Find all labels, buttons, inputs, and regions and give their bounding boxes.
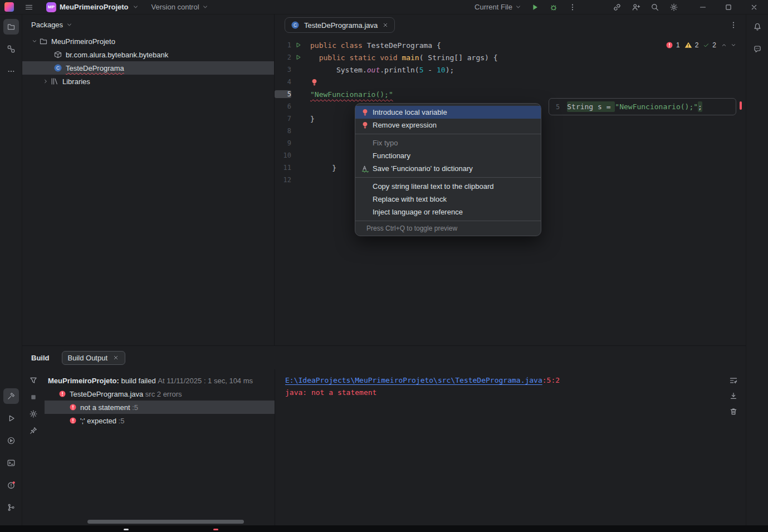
file-link-location[interactable]: :5:2 xyxy=(542,376,560,384)
menu-item-label: Fix typo xyxy=(373,139,398,147)
services-icon[interactable] xyxy=(3,433,19,448)
error-icon xyxy=(69,417,77,424)
settings-icon[interactable] xyxy=(667,1,681,14)
error-message: java: not a statement xyxy=(285,387,736,399)
search-icon[interactable] xyxy=(648,1,662,14)
terminal-icon[interactable] xyxy=(3,455,19,471)
passed-count: 2 xyxy=(712,41,716,49)
project-view-selector[interactable]: Packages xyxy=(31,21,63,29)
link-icon[interactable] xyxy=(610,1,624,14)
horizontal-scrollbar[interactable] xyxy=(87,520,244,524)
run-configuration-widget[interactable]: Current File xyxy=(475,3,522,11)
intention-list: Introduce local variableRemove expressio… xyxy=(355,106,541,218)
inspections-widget[interactable]: 1 2 2 xyxy=(666,41,737,49)
structure-icon[interactable] xyxy=(3,41,19,57)
chevron-down-icon[interactable] xyxy=(31,38,38,45)
run-outline-icon[interactable] xyxy=(3,411,19,426)
run-icon[interactable] xyxy=(527,1,542,14)
red-bulb-icon xyxy=(361,121,369,129)
bell-icon[interactable] xyxy=(750,19,765,35)
build-toolbar xyxy=(22,369,45,525)
maximize-icon[interactable] xyxy=(721,1,736,14)
build-tree-text: At 11/11/2025 : 1 sec, 104 ms xyxy=(158,377,253,385)
error-stripe-mark[interactable] xyxy=(740,101,742,110)
build-output-tab-label: Build Output xyxy=(68,354,108,362)
run-gutter-icon[interactable] xyxy=(295,54,301,61)
invite-user-icon[interactable] xyxy=(629,1,643,14)
tree-item-label: br.com.alura.bytebank.bytebank xyxy=(66,51,168,59)
ide-window: MP MeuPrimeiroProjeto Version control Cu… xyxy=(0,0,768,532)
git-icon[interactable] xyxy=(3,500,19,515)
right-strip-icons xyxy=(750,19,765,64)
menu-item-save-funcionario-to-dictionary[interactable]: Save 'Funcionario' to dictionary xyxy=(355,162,541,175)
pin-icon[interactable] xyxy=(27,424,40,437)
line-number: 11 xyxy=(275,164,291,172)
build-tree: MeuPrimeiroProjeto: build failed At 11/1… xyxy=(45,369,275,525)
line-number: 6 xyxy=(275,103,291,110)
java-class-icon: C xyxy=(291,21,300,30)
build-tree-item[interactable]: ';' expected :5 xyxy=(45,414,275,427)
build-tree-item[interactable]: TesteDePrograma.java src 2 errors xyxy=(45,387,275,401)
build-tree-item[interactable]: not a statement :5 xyxy=(45,401,275,414)
code-line[interactable]: 2 public static void main( String[] args… xyxy=(275,51,746,64)
class-icon: C xyxy=(53,64,62,72)
settings-icon[interactable] xyxy=(27,407,40,421)
tree-item-testedeprograma[interactable]: CTesteDePrograma xyxy=(22,61,274,75)
build-tree-text: build failed xyxy=(119,377,158,385)
tab-build-output[interactable]: Build Output xyxy=(62,351,126,365)
build-tree-text: :5 xyxy=(119,417,125,425)
menu-item-functionary[interactable]: Functionary xyxy=(355,149,541,162)
prev-problem-icon[interactable] xyxy=(721,42,727,48)
ai-chat-icon[interactable] xyxy=(750,41,765,57)
soft-wrap-icon[interactable] xyxy=(727,374,740,387)
separator xyxy=(355,177,541,178)
editor-options-icon[interactable] xyxy=(729,21,738,30)
problems-icon[interactable] xyxy=(3,477,19,493)
build-tree-text: TesteDePrograma.java xyxy=(70,390,145,398)
clear-icon[interactable] xyxy=(727,405,740,418)
build-tree-item[interactable]: MeuPrimeiroProjeto: build failed At 11/1… xyxy=(45,374,275,387)
menu-item-label: Inject language or reference xyxy=(373,208,463,216)
more-vertical-icon[interactable] xyxy=(565,1,580,14)
close-icon[interactable] xyxy=(747,1,761,14)
project-widget[interactable]: MP MeuPrimeiroProjeto xyxy=(46,2,139,12)
menu-item-introduce-local-variable[interactable]: Introduce local variable xyxy=(355,106,541,119)
preview-line-number: 5 xyxy=(556,103,560,111)
intention-preview-popup: 5 String s = "NewFuncionario();"; xyxy=(549,98,736,115)
menu-item-inject-language-or-reference[interactable]: Inject language or reference xyxy=(355,206,541,218)
error-bulb-icon[interactable] xyxy=(310,78,319,86)
tab-testedeprograma-java[interactable]: C TesteDePrograma.java xyxy=(285,17,395,33)
stop-icon[interactable] xyxy=(27,391,40,404)
build-output-console: E:\IdeaProjects\MeuPrimeiroProjeto\src\T… xyxy=(275,369,746,525)
menu-item-remove-expression[interactable]: Remove expression xyxy=(355,119,541,131)
run-gutter-icon[interactable] xyxy=(295,42,301,48)
more-horizontal-icon[interactable] xyxy=(3,64,19,79)
scroll-to-end-icon[interactable] xyxy=(727,389,740,403)
version-control-widget[interactable]: Version control xyxy=(151,3,209,11)
build-tree-text: ';' expected xyxy=(80,417,119,425)
file-link[interactable]: E:\IdeaProjects\MeuPrimeiroProjeto\src\T… xyxy=(285,376,542,384)
close-tab-icon[interactable] xyxy=(382,22,389,28)
close-tab-icon[interactable] xyxy=(112,354,119,361)
code-line[interactable]: 4 xyxy=(275,76,746,88)
tree-item-meuprimeiroprojeto[interactable]: MeuPrimeiroProjeto xyxy=(22,35,274,48)
chevron-down-icon xyxy=(515,3,522,11)
next-problem-icon[interactable] xyxy=(730,42,737,48)
code-line[interactable]: 3 System.out.println(5 - 10); xyxy=(275,64,746,76)
build-icon[interactable] xyxy=(3,388,19,404)
minimize-icon[interactable] xyxy=(696,1,710,14)
chevron-right-icon[interactable] xyxy=(42,78,49,85)
tree-item-libraries[interactable]: Libraries xyxy=(22,75,274,88)
project-icon[interactable] xyxy=(3,19,19,35)
menu-item-label: Replace with text block xyxy=(373,195,447,203)
debug-icon[interactable] xyxy=(546,1,561,14)
main-menu-icon[interactable] xyxy=(22,1,36,14)
menu-item-replace-with-text-block[interactable]: Replace with text block xyxy=(355,193,541,206)
tree-item-br-com-alura-bytebank-bytebank[interactable]: br.com.alura.bytebank.bytebank xyxy=(22,48,274,61)
preview-code-segment: ; xyxy=(698,101,702,112)
build-tool-window: Build Build Output MeuPrimeiroProjeto: b… xyxy=(22,345,746,525)
app-logo-icon xyxy=(4,2,14,12)
filter-icon[interactable] xyxy=(27,374,40,387)
line-number: 5 xyxy=(275,90,291,98)
menu-item-copy-string-literal-text-to-the-clipboard[interactable]: Copy string literal text to the clipboar… xyxy=(355,180,541,193)
